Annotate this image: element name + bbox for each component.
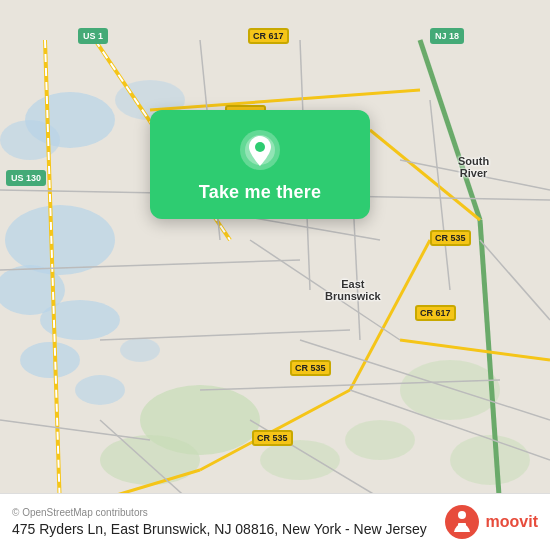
- svg-point-12: [260, 440, 340, 480]
- map-container: US 1 CR 617 NJ 18 US 130 CR 617 CR 535 C…: [0, 0, 550, 550]
- place-label-south-river: SouthRiver: [458, 155, 489, 179]
- road-badge-cr535-right: CR 535: [430, 230, 471, 246]
- svg-point-6: [120, 338, 160, 362]
- take-me-there-button[interactable]: Take me there: [199, 182, 321, 203]
- road-badge-nj18: NJ 18: [430, 28, 464, 44]
- road-badge-us130: US 130: [6, 170, 46, 186]
- address-section: © OpenStreetMap contributors 475 Ryders …: [12, 507, 427, 537]
- destination-card: Take me there: [150, 110, 370, 219]
- svg-point-4: [20, 342, 80, 378]
- map-background: [0, 0, 550, 550]
- svg-point-49: [445, 505, 479, 539]
- svg-rect-51: [458, 523, 466, 526]
- road-badge-cr617-top: CR 617: [248, 28, 289, 44]
- address-text: 475 Ryders Ln, East Brunswick, NJ 08816,…: [12, 521, 427, 537]
- svg-point-5: [75, 375, 125, 405]
- place-label-east-brunswick: EastBrunswick: [325, 278, 381, 302]
- moovit-icon: [444, 504, 480, 540]
- moovit-brand-text: moovit: [486, 513, 538, 531]
- svg-point-13: [400, 360, 500, 420]
- road-badge-cr535-mid: CR 535: [290, 360, 331, 376]
- road-badge-cr617-bot: CR 617: [415, 305, 456, 321]
- bottom-info-bar: © OpenStreetMap contributors 475 Ryders …: [0, 493, 550, 550]
- svg-point-50: [458, 511, 466, 519]
- copyright-text: © OpenStreetMap contributors: [12, 507, 427, 518]
- svg-point-8: [0, 120, 60, 160]
- road-badge-us1: US 1: [78, 28, 108, 44]
- svg-point-11: [100, 435, 200, 485]
- road-badge-cr535-bot: CR 535: [252, 430, 293, 446]
- svg-point-48: [255, 142, 265, 152]
- svg-point-15: [345, 420, 415, 460]
- svg-point-1: [5, 205, 115, 275]
- moovit-logo: moovit: [444, 504, 538, 540]
- location-pin-icon: [238, 128, 282, 172]
- svg-point-14: [450, 435, 530, 485]
